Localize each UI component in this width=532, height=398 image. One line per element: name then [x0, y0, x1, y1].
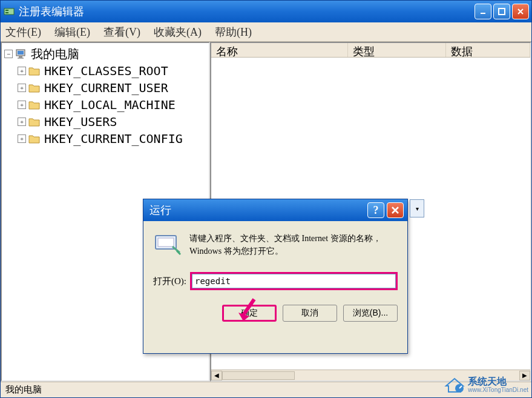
- watermark-icon: [444, 375, 465, 394]
- run-dialog: 运行 ? 请键入程序、文件夹、文档或 Internet 资源的名称，Window…: [143, 199, 408, 354]
- svg-rect-3: [481, 13, 485, 14]
- titlebar[interactable]: 注册表编辑器: [1, 1, 531, 22]
- dialog-message-row: 请键入程序、文件夹、文档或 Internet 资源的名称，Windows 将为您…: [153, 232, 398, 257]
- watermark-title: 系统天地: [468, 376, 528, 387]
- dropdown-button[interactable]: ▾: [410, 199, 424, 217]
- open-input-highlight: [190, 272, 398, 290]
- tree-item-label: HKEY_USERS: [44, 114, 117, 129]
- tree-item[interactable]: + HKEY_CLASSES_ROOT: [3, 62, 208, 79]
- tree-item-label: HKEY_CLASSES_ROOT: [44, 64, 168, 78]
- menu-favorites[interactable]: 收藏夹(A): [154, 25, 202, 39]
- cancel-button[interactable]: 取消: [283, 305, 337, 322]
- dialog-title: 运行: [147, 203, 367, 217]
- dialog-buttons: 确定 取消 浏览(B)...: [143, 296, 407, 322]
- folder-icon: [28, 133, 41, 144]
- collapse-icon[interactable]: −: [4, 50, 13, 58]
- computer-icon: [15, 48, 27, 59]
- menu-file[interactable]: 文件(E): [5, 25, 41, 39]
- tree-item-label: HKEY_CURRENT_CONFIG: [44, 131, 183, 146]
- tree-item-label: HKEY_LOCAL_MACHINE: [44, 98, 176, 112]
- column-type[interactable]: 类型: [348, 43, 446, 57]
- svg-rect-0: [4, 8, 14, 15]
- expand-icon[interactable]: +: [18, 67, 26, 75]
- maximize-button[interactable]: [493, 4, 510, 19]
- watermark: 系统天地 www.XiTongTianDi.net: [444, 375, 528, 394]
- scroll-thumb[interactable]: [222, 371, 295, 380]
- app-icon: [3, 5, 15, 18]
- column-data[interactable]: 数据: [446, 43, 530, 57]
- svg-rect-8: [18, 58, 24, 59]
- expand-icon[interactable]: +: [18, 84, 26, 92]
- folder-icon: [28, 99, 41, 110]
- column-name[interactable]: 名称: [211, 43, 348, 57]
- expand-icon[interactable]: +: [18, 118, 26, 126]
- close-button[interactable]: [512, 4, 529, 19]
- dialog-close-button[interactable]: [387, 202, 404, 218]
- menu-help[interactable]: 帮助(H): [215, 25, 252, 39]
- tree-item[interactable]: + HKEY_USERS: [3, 113, 208, 130]
- svg-rect-4: [499, 8, 505, 15]
- list-header: 名称 类型 数据: [211, 43, 530, 58]
- statusbar-text: 我的电脑: [5, 384, 42, 396]
- expand-icon[interactable]: +: [18, 134, 26, 143]
- scroll-left-button[interactable]: ◀: [211, 371, 222, 380]
- run-icon: [153, 232, 182, 256]
- menubar: 文件(E) 编辑(E) 查看(V) 收藏夹(A) 帮助(H): [1, 22, 531, 42]
- tree-root[interactable]: − 我的电脑: [3, 45, 208, 62]
- svg-rect-2: [5, 12, 8, 13]
- dialog-help-button[interactable]: ?: [367, 202, 384, 218]
- ok-button[interactable]: 确定: [222, 305, 277, 322]
- folder-icon: [28, 116, 41, 127]
- svg-rect-7: [19, 56, 22, 58]
- tree-root-label: 我的电脑: [31, 46, 79, 62]
- expand-icon[interactable]: +: [18, 101, 26, 109]
- window-controls: [475, 4, 529, 19]
- dialog-titlebar[interactable]: 运行 ?: [143, 199, 407, 221]
- folder-icon: [28, 65, 41, 76]
- tree-item[interactable]: + HKEY_CURRENT_CONFIG: [3, 130, 208, 147]
- dialog-body: 请键入程序、文件夹、文档或 Internet 资源的名称，Windows 将为您…: [143, 221, 407, 296]
- minimize-button[interactable]: [475, 4, 491, 19]
- dialog-message: 请键入程序、文件夹、文档或 Internet 资源的名称，Windows 将为您…: [189, 232, 398, 257]
- tree-item[interactable]: + HKEY_LOCAL_MACHINE: [3, 96, 208, 113]
- browse-button[interactable]: 浏览(B)...: [343, 305, 398, 322]
- tree-item-label: HKEY_CURRENT_USER: [44, 81, 168, 95]
- svg-rect-6: [18, 51, 24, 55]
- svg-rect-10: [158, 238, 174, 247]
- window-title: 注册表编辑器: [19, 4, 475, 19]
- menu-edit[interactable]: 编辑(E): [54, 25, 90, 39]
- watermark-text: 系统天地 www.XiTongTianDi.net: [468, 376, 528, 394]
- open-input[interactable]: [192, 274, 396, 288]
- watermark-url: www.XiTongTianDi.net: [468, 386, 528, 393]
- open-combo: ▾: [190, 272, 398, 290]
- open-label: 打开(O):: [153, 276, 186, 287]
- folder-icon: [28, 82, 41, 93]
- tree-item[interactable]: + HKEY_CURRENT_USER: [3, 79, 208, 96]
- menu-view[interactable]: 查看(V): [103, 25, 140, 39]
- open-row: 打开(O): ▾: [153, 272, 398, 290]
- svg-rect-1: [5, 10, 8, 11]
